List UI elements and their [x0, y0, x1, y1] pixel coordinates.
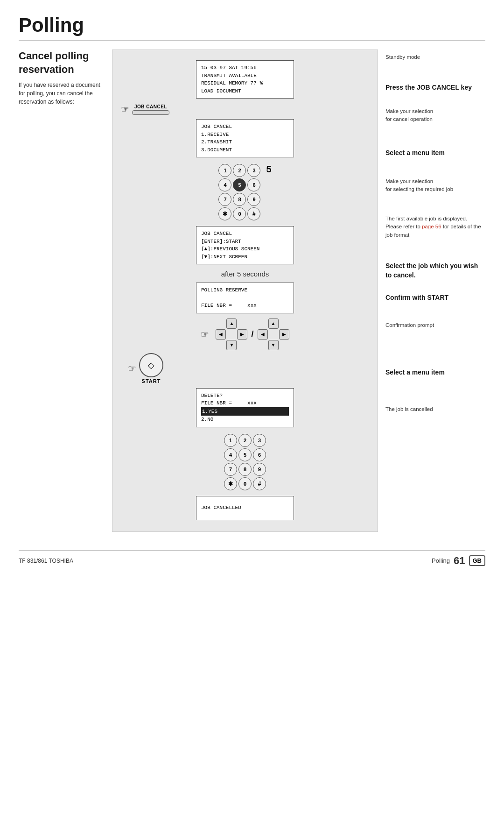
hand-icon-3: ☞ [128, 363, 136, 374]
key-3[interactable]: 3 [247, 164, 260, 177]
empty-tl2 [258, 318, 268, 329]
make-selection-sub2: for selecting the required job [385, 185, 453, 193]
right-make-selection1: Make your selection for cancel operation [385, 106, 485, 147]
confirm-start-heading: Confirm with START [385, 293, 448, 303]
key2-2[interactable]: 2 [238, 434, 252, 447]
right-confirmation-prompt: Confirmation prompt [385, 319, 485, 366]
right-make-selection2: Make your selection for selecting the re… [385, 176, 485, 213]
select-job-heading: Select the job which you wish to cancel. [385, 262, 485, 280]
press-jobcancel-heading: Press the JOB CANCEL key [385, 83, 472, 92]
key-9[interactable]: 9 [247, 193, 260, 206]
start-row: ☞ ◇ START [124, 353, 380, 384]
start-label: START [142, 378, 161, 384]
left-arrow[interactable]: ◀ [216, 329, 226, 340]
up-arrow-right[interactable]: ▲ [268, 318, 279, 329]
key-0[interactable]: 0 [233, 207, 246, 220]
screen2-block: JOB CANCEL 1.RECEIVE 2.TRANSMIT 3.DOCUME… [117, 116, 373, 160]
left-arrow2[interactable]: ◀ [258, 329, 268, 340]
numpad2: 1 2 3 4 5 6 7 8 9 ✱ 0 # [224, 434, 266, 490]
center-empty [226, 329, 237, 340]
key-6[interactable]: 6 [247, 178, 260, 191]
screen5-file-nbr: FILE NBR = xxx [201, 400, 257, 406]
key-8[interactable]: 8 [233, 193, 246, 206]
empty-tr2 [279, 318, 289, 329]
page-link: page 56 [422, 224, 441, 229]
screen4-block: POLLING RESERVE FILE NBR = xxx [117, 280, 373, 316]
screen3: JOB CANCEL [ENTER]:START [▲]:PREVIOUS SC… [196, 226, 294, 264]
right-select-menu2: Select a menu item [385, 366, 485, 403]
key2-6[interactable]: 6 [253, 448, 266, 461]
footer-page-label: Polling [432, 557, 450, 564]
numpad: 1 2 3 4 5 6 7 8 9 ✱ 0 # [218, 164, 260, 220]
intro-text: If you have reserved a document for poll… [19, 81, 107, 106]
screen1: 15-03-97 SAT 19:56 TRANSMIT AVAILABLE RE… [196, 60, 294, 99]
make-selection-sub1: for cancel operation [385, 115, 433, 123]
down-arrow-right[interactable]: ▼ [268, 340, 279, 350]
screen1-block: 15-03-97 SAT 19:56 TRANSMIT AVAILABLE RE… [117, 57, 373, 101]
footer-badge: GB [469, 555, 486, 566]
right-standby: Standby mode [385, 50, 485, 81]
key2-star[interactable]: ✱ [224, 477, 237, 490]
right-job-cancelled: The job is cancelled [385, 403, 485, 432]
select-menu-heading1: Select a menu item [385, 149, 445, 158]
right-arrow[interactable]: ▶ [237, 329, 247, 340]
screen3-block: JOB CANCEL [ENTER]:START [▲]:PREVIOUS SC… [117, 223, 373, 267]
key-hash[interactable]: # [247, 207, 260, 220]
left-arrow-cluster: ▲ ◀ ▶ ▼ [216, 318, 247, 350]
empty-tr [237, 318, 247, 329]
right-first-available: The first available job is displayed. Pl… [385, 213, 485, 260]
key2-4[interactable]: 4 [224, 448, 237, 461]
job-cancelled-desc: The job is cancelled [385, 405, 433, 413]
right-select-job: Select the job which you wish to cancel. [385, 260, 485, 291]
key-4[interactable]: 4 [218, 178, 231, 191]
key2-5[interactable]: 5 [238, 448, 252, 461]
right-arrow-cluster: ▲ ◀ ▶ ▼ [258, 318, 289, 350]
key-2[interactable]: 2 [233, 164, 246, 177]
slash: / [251, 329, 253, 339]
first-available-text: The first available job is displayed. [385, 215, 485, 223]
center-diagram-col: 15-03-97 SAT 19:56 TRANSMIT AVAILABLE RE… [112, 50, 378, 532]
page-title: Polling [19, 14, 485, 41]
key-1[interactable]: 1 [218, 164, 231, 177]
up-arrow-left[interactable]: ▲ [226, 318, 237, 329]
key-7[interactable]: 7 [218, 193, 231, 206]
key2-8[interactable]: 8 [238, 463, 252, 476]
empty-tl [216, 318, 226, 329]
key2-3[interactable]: 3 [253, 434, 266, 447]
footer-left-text: TF 831/861 TOSHIBA [19, 558, 73, 564]
key2-hash[interactable]: # [253, 477, 266, 490]
down-arrow-left[interactable]: ▼ [226, 340, 237, 350]
job-cancel-key[interactable] [132, 110, 169, 115]
selected-number-label: 5 [266, 164, 271, 175]
empty-bl2 [258, 340, 268, 350]
empty-br2 [279, 340, 289, 350]
numpad-step1: 1 2 3 4 5 6 7 8 9 ✱ 0 # 5 [218, 164, 271, 220]
key2-9[interactable]: 9 [253, 463, 266, 476]
select-menu-heading2: Select a menu item [385, 368, 445, 377]
start-button[interactable]: ◇ [139, 353, 163, 377]
right-arrow2[interactable]: ▶ [279, 329, 289, 340]
center-empty2 [268, 329, 279, 340]
screen6: JOB CANCELLED [196, 496, 294, 520]
make-selection-text1: Make your selection [385, 107, 433, 115]
screen2: JOB CANCEL 1.RECEIVE 2.TRANSMIT 3.DOCUME… [196, 119, 294, 157]
screen5: DELETE? FILE NBR = xxx 1.YES 2.NO [196, 388, 294, 427]
standby-text: Standby mode [385, 53, 420, 61]
right-confirm-start: Confirm with START [385, 291, 485, 319]
first-available-sub: Please refer to page 56 for details of t… [385, 223, 485, 239]
hand-icon-1: ☞ [121, 104, 129, 115]
key2-0[interactable]: 0 [238, 477, 252, 490]
after-5-label: after 5 seconds [221, 270, 269, 278]
right-select-menu1: Select a menu item [385, 147, 485, 176]
section-title: Cancel polling reservation [19, 50, 107, 76]
screen4: POLLING RESERVE FILE NBR = xxx [196, 283, 294, 313]
job-cancelled-text: JOB CANCELLED [201, 504, 241, 512]
screen4-file-nbr: FILE NBR = xxx [201, 303, 257, 308]
main-layout: Cancel polling reservation If you have r… [19, 50, 485, 532]
footer: TF 831/861 TOSHIBA Polling 61 GB [19, 551, 485, 567]
key2-7[interactable]: 7 [224, 463, 237, 476]
key-5[interactable]: 5 [233, 178, 246, 191]
job-cancel-row: ☞ JOB CANCEL [117, 104, 373, 115]
key-star[interactable]: ✱ [218, 207, 231, 220]
key2-1[interactable]: 1 [224, 434, 237, 447]
